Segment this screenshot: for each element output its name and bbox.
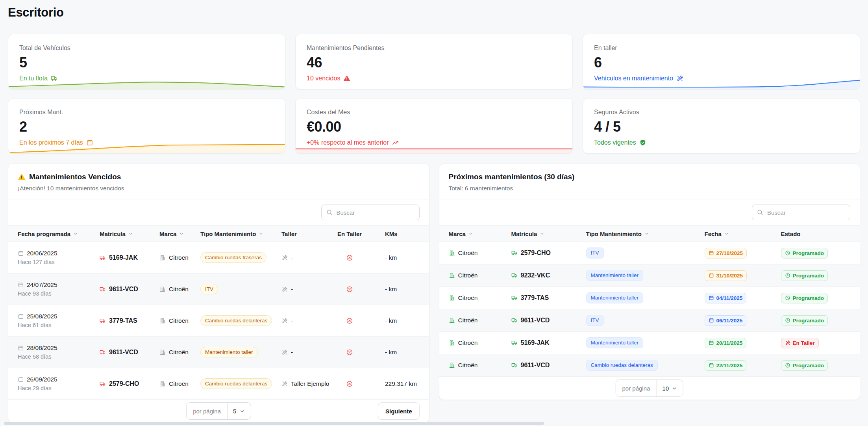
cell-date: 20/11/2025	[705, 338, 781, 348]
column-header-tipo-mantenimiento[interactable]: Tipo Mantenimiento	[586, 231, 705, 237]
calendar-icon	[709, 340, 714, 346]
column-header-tipo-mantenimiento[interactable]: Tipo Mantenimiento	[200, 231, 281, 237]
cell-brand: Citroën	[159, 380, 200, 387]
clock-icon	[785, 250, 790, 256]
status-badge-scheduled: Programado	[781, 293, 828, 303]
cell-maintenance-type: ITV	[586, 315, 705, 326]
chevron-down-icon	[239, 408, 245, 414]
cell-status: En Taller	[781, 338, 860, 348]
maintenance-type-badge: Cambio ruedas delanteras	[200, 315, 272, 326]
cell-workshop: -	[281, 317, 332, 324]
card-footer: En los próximos 7 días	[19, 139, 274, 146]
maintenance-type-badge: ITV	[586, 247, 604, 259]
table-row[interactable]: 24/07/2025 Hace 93 días 9611-VCD Citroën…	[8, 273, 429, 305]
panel-subtitle: Total: 6 mantenimientos	[449, 185, 851, 192]
card-value: €0.00	[307, 119, 561, 135]
tools-icon	[676, 75, 683, 82]
maintenance-type-badge: Cambio ruedas traseras	[200, 252, 267, 263]
card-value: 5	[19, 54, 274, 71]
cell-maintenance-type: Cambio ruedas delanteras	[200, 315, 281, 326]
cell-date: 04/11/2025	[705, 293, 781, 303]
truck-icon	[511, 362, 518, 368]
cell-status: Programado	[781, 360, 860, 371]
truck-icon	[511, 340, 518, 346]
cell-date: 22/11/2025	[705, 360, 781, 371]
tools-icon	[785, 340, 790, 346]
building-icon	[159, 349, 166, 355]
horizontal-scrollbar[interactable]	[4, 422, 544, 425]
cell-brand: Citroën	[159, 254, 200, 261]
truck-icon	[511, 272, 518, 279]
per-page-control[interactable]: por página 5	[186, 402, 251, 420]
search-input[interactable]	[321, 205, 420, 220]
per-page-value[interactable]: 5	[228, 403, 250, 419]
cell-workshop: -	[281, 254, 332, 261]
circle-x-icon	[346, 286, 353, 293]
cell-in-workshop	[332, 349, 367, 356]
table-row[interactable]: 26/09/2025 Hace 29 días 2579-CHO Citroën…	[8, 368, 429, 400]
kpi-cards: Total de Vehículos 5 En tu flota Manteni…	[8, 34, 860, 154]
kpi-card-proximos-mant: Próximos Mant. 2 En los próximos 7 días	[8, 98, 285, 154]
card-label: Seguros Activos	[594, 109, 849, 116]
chevron-down-icon	[468, 231, 474, 236]
card-footer-link[interactable]: Vehículos en mantenimiento	[594, 75, 849, 82]
table-row[interactable]: 28/08/2025 Hace 58 días 9611-VCD Citroën…	[8, 337, 429, 368]
cell-in-workshop	[332, 254, 367, 261]
chevron-down-icon	[73, 231, 78, 236]
card-label: Mantenimientos Pendientes	[307, 45, 561, 52]
card-value: 2	[19, 119, 274, 135]
next-page-button[interactable]: Siguiente	[378, 402, 420, 420]
status-badge-in-workshop: En Taller	[781, 338, 819, 348]
card-footer: En tu flota	[19, 75, 274, 82]
overdue-pagination: por página 5 Siguiente	[8, 400, 429, 422]
column-header-fecha-programada[interactable]: Fecha programada	[18, 231, 100, 237]
table-row[interactable]: Citroën 3779-TAS Mantenimiento taller 04…	[439, 287, 860, 309]
per-page-control[interactable]: por página 10	[615, 379, 683, 397]
truck-icon	[100, 286, 106, 292]
cell-maintenance-type: Mantenimiento taller	[200, 347, 281, 358]
column-header-matricula[interactable]: Matrícula	[100, 231, 159, 237]
column-header-marca[interactable]: Marca	[159, 231, 200, 237]
tools-icon	[281, 286, 288, 292]
calendar-icon	[709, 363, 714, 368]
truck-icon	[100, 255, 106, 261]
cell-kms: - km	[367, 317, 429, 324]
cell-plate: 9611-VCD	[511, 362, 586, 369]
per-page-value[interactable]: 10	[657, 380, 683, 396]
upcoming-panel: Próximos mantenimientos (30 días) Total:…	[439, 164, 861, 400]
date-badge: 27/10/2025	[705, 248, 747, 259]
table-row[interactable]: Citroën 9611-VCD Cambio ruedas delantera…	[439, 354, 860, 377]
cell-brand: Citroën	[449, 362, 511, 369]
warning-icon	[18, 173, 26, 181]
column-header-en-taller: En Taller	[332, 231, 367, 237]
cell-plate: 2579-CHO	[100, 380, 159, 387]
maintenance-type-badge: Cambio ruedas delanteras	[200, 378, 272, 389]
cell-maintenance-type: Cambio ruedas delanteras	[586, 360, 705, 371]
cell-maintenance-type: Cambio ruedas traseras	[200, 252, 281, 263]
date-badge: 22/11/2025	[705, 360, 747, 371]
column-header-fecha[interactable]: Fecha	[705, 231, 781, 237]
cell-brand: Citroën	[159, 317, 200, 324]
chevron-down-icon	[644, 231, 650, 236]
table-row[interactable]: 20/06/2025 Hace 127 días 5169-JAK Citroë…	[8, 242, 429, 273]
table-row[interactable]: Citroën 2579-CHO ITV 27/10/2025 Programa…	[439, 242, 860, 264]
table-row[interactable]: Citroën 9611-VCD ITV 06/11/2025 Programa…	[439, 309, 860, 332]
column-header-marca[interactable]: Marca	[449, 231, 511, 237]
table-row[interactable]: Citroën 5169-JAK Mantenimiento taller 20…	[439, 332, 860, 354]
table-row[interactable]: 25/08/2025 Hace 61 días 3779-TAS Citroën…	[8, 305, 429, 337]
date-badge: 06/11/2025	[705, 315, 747, 326]
cell-brand: Citroën	[449, 317, 511, 324]
building-icon	[449, 272, 455, 279]
cell-date: 27/10/2025	[705, 248, 781, 259]
truck-icon	[511, 250, 518, 256]
truck-icon	[100, 349, 106, 355]
card-label: Costes del Mes	[307, 109, 561, 116]
card-value: 46	[307, 54, 561, 71]
cell-status: Programado	[781, 293, 860, 303]
card-footer: +0% respecto al mes anterior	[307, 139, 561, 146]
column-header-matricula[interactable]: Matrícula	[511, 231, 586, 237]
search-input[interactable]	[752, 205, 850, 220]
overdue-search-band	[8, 199, 429, 225]
circle-x-icon	[346, 349, 353, 356]
table-row[interactable]: Citroën 9232-VKC Mantenimiento taller 31…	[439, 264, 860, 287]
